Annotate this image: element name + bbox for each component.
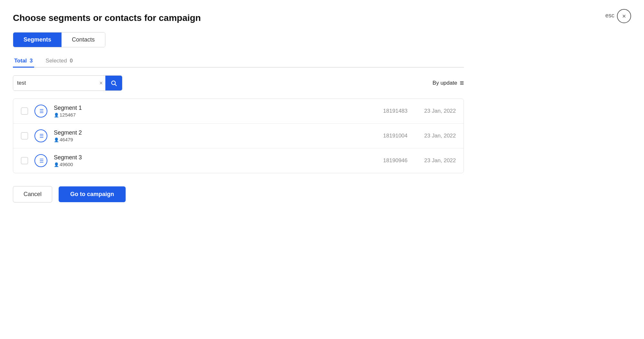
- table-row: Segment 1 125467 18191483 23 Jan, 2022: [13, 99, 464, 124]
- segment-1-id: 18191483: [375, 108, 408, 114]
- segment-1-date: 23 Jan, 2022: [414, 108, 456, 114]
- segment-2-icon: [34, 129, 47, 142]
- segment-1-name: Segment 1: [54, 105, 369, 111]
- table-row: Segment 2 46479 18191004 23 Jan, 2022: [13, 124, 464, 148]
- sort-label: By update: [433, 80, 457, 86]
- segment-2-id: 18191004: [375, 133, 408, 139]
- segment-1-icon: [34, 105, 47, 118]
- filter-selected-label: Selected: [46, 58, 67, 64]
- segment-2-checkbox[interactable]: [21, 132, 28, 139]
- search-button[interactable]: [105, 76, 122, 90]
- dialog-title: Choose segments or contacts for campaign: [13, 13, 464, 23]
- search-sort-row: × By update ≡: [13, 75, 464, 91]
- segment-1-contacts: 125467: [54, 112, 369, 118]
- cancel-button[interactable]: Cancel: [13, 186, 52, 202]
- clear-search-button[interactable]: ×: [97, 80, 105, 87]
- filter-tabs: Total 3 Selected 0: [13, 55, 464, 68]
- segment-3-name: Segment 3: [54, 154, 369, 161]
- list-icon: [38, 157, 44, 164]
- list-icon: [38, 108, 44, 114]
- go-to-campaign-button[interactable]: Go to campaign: [59, 186, 126, 202]
- segment-3-date: 23 Jan, 2022: [414, 157, 456, 164]
- segment-2-info: Segment 2 46479: [54, 129, 369, 142]
- segment-1-checkbox[interactable]: [21, 108, 28, 115]
- filter-total-label: Total: [14, 58, 27, 64]
- sort-icon: ≡: [460, 79, 464, 87]
- filter-tab-total[interactable]: Total 3: [13, 55, 34, 68]
- table-row: Segment 3 49600 18190946 23 Jan, 2022: [13, 148, 464, 173]
- segment-2-date: 23 Jan, 2022: [414, 133, 456, 139]
- segment-3-info: Segment 3 49600: [54, 154, 369, 167]
- tab-segments[interactable]: Segments: [13, 33, 62, 47]
- search-icon: [111, 80, 117, 86]
- filter-tab-selected[interactable]: Selected 0: [44, 55, 74, 68]
- tab-contacts[interactable]: Contacts: [62, 33, 105, 47]
- esc-label: esc: [605, 12, 614, 19]
- segment-2-name: Segment 2: [54, 129, 369, 136]
- segment-3-icon: [34, 154, 47, 167]
- sort-control[interactable]: By update ≡: [433, 79, 464, 87]
- dialog: × esc Choose segments or contacts for ca…: [13, 13, 464, 202]
- segment-3-id: 18190946: [375, 157, 408, 164]
- segment-3-checkbox[interactable]: [21, 157, 28, 164]
- search-box: ×: [13, 75, 122, 91]
- close-button[interactable]: ×: [617, 9, 631, 23]
- segment-3-contacts: 49600: [54, 162, 369, 167]
- filter-selected-count: 0: [70, 58, 72, 64]
- list-icon: [38, 133, 44, 139]
- segment-2-contacts: 46479: [54, 137, 369, 142]
- footer-buttons: Cancel Go to campaign: [13, 186, 464, 202]
- segment-1-info: Segment 1 125467: [54, 105, 369, 118]
- filter-total-count: 3: [30, 58, 33, 64]
- search-input[interactable]: [13, 76, 97, 90]
- main-tabs: Segments Contacts: [13, 32, 105, 47]
- segments-list: Segment 1 125467 18191483 23 Jan, 2022 S…: [13, 99, 464, 173]
- svg-line-1: [115, 84, 117, 86]
